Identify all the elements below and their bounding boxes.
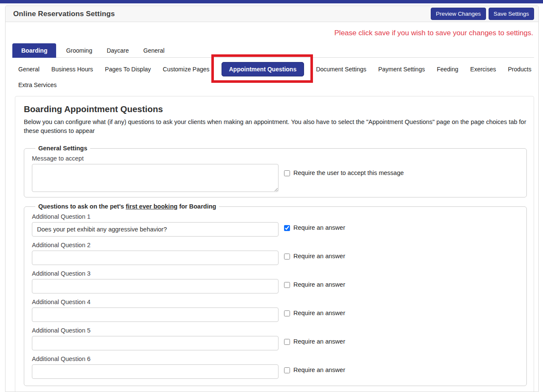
general-settings-fieldset: General Settings Message to accept Requi… [24,145,527,197]
question-input-2[interactable] [32,251,279,265]
require-accept-label: Require the user to accept this message [293,169,404,176]
question-row-5: Additional Question 5Require an answer [32,327,520,350]
general-settings-legend: General Settings [35,145,90,152]
main-tabs: BoardingGroomingDaycareGeneral [12,43,534,58]
message-to-accept-label: Message to accept [32,155,520,162]
appointment-questions-pane: Boarding Appointment Questions Below you… [15,96,534,392]
require-answer-label-2: Require an answer [293,253,345,259]
preview-changes-button[interactable]: Preview Changes [431,8,486,20]
sub-tab-appointment-questions[interactable]: Appointment Questions [222,62,304,76]
require-accept-checkbox[interactable] [284,170,290,176]
require-answer-checkbox-6[interactable] [284,367,290,373]
first-ever-booking-emphasis: first ever booking [126,203,178,210]
unsaved-changes-warning: Please click save if you wish to save yo… [12,29,533,37]
sub-tab-extra-services[interactable]: Extra Services [18,82,57,88]
require-answer-checkbox-5[interactable] [284,339,290,345]
question-row-1: Additional Question 1Require an answer [32,213,520,237]
sub-tab-document-settings[interactable]: Document Settings [316,66,366,73]
question-row-2: Additional Question 2Require an answer [32,242,520,265]
require-answer-label-1: Require an answer [293,224,345,231]
main-tab-boarding[interactable]: Boarding [12,43,56,58]
main-tab-general[interactable]: General [139,43,169,58]
section-title: Boarding Appointment Questions [24,104,527,114]
sub-tab-customize-pages[interactable]: Customize Pages [163,66,210,73]
save-settings-button[interactable]: Save Settings [489,8,534,20]
main-tab-grooming[interactable]: Grooming [61,43,97,58]
question-label-6: Additional Question 6 [32,355,520,362]
sub-tab-payment-settings[interactable]: Payment Settings [378,66,425,73]
message-to-accept-textarea[interactable] [32,164,279,192]
question-input-3[interactable] [32,279,279,293]
require-answer-label-3: Require an answer [293,281,345,288]
top-accent-bar [0,0,543,3]
question-label-5: Additional Question 5 [32,327,520,334]
question-input-6[interactable] [32,364,279,379]
first-booking-legend: Questions to ask on the pet's first ever… [35,203,219,210]
question-label-1: Additional Question 1 [32,213,520,220]
question-rows: Additional Question 1Require an answerAd… [32,213,520,379]
question-input-4[interactable] [32,307,279,322]
question-label-2: Additional Question 2 [32,242,520,248]
question-input-5[interactable] [32,336,279,350]
require-answer-label-5: Require an answer [293,338,345,345]
card-header: Online Reservations Settings Preview Cha… [6,6,538,22]
question-row-3: Additional Question 3Require an answer [32,270,520,293]
require-answer-checkbox-2[interactable] [284,254,290,259]
first-booking-fieldset: Questions to ask on the pet's first ever… [24,203,527,386]
question-row-6: Additional Question 6Require an answer [32,355,520,379]
question-input-1[interactable] [32,222,279,237]
sub-tab-general[interactable]: General [18,66,40,73]
settings-card: Online Reservations Settings Preview Cha… [5,6,539,392]
sub-tab-exercises[interactable]: Exercises [470,66,496,73]
question-label-4: Additional Question 4 [32,299,520,305]
page-title: Online Reservations Settings [13,10,115,18]
require-answer-checkbox-4[interactable] [284,310,290,316]
sub-tab-feeding[interactable]: Feeding [437,66,458,73]
card-body: Please click save if you wish to save yo… [6,22,538,392]
require-answer-checkbox-1[interactable] [284,225,290,231]
sub-tab-pages-to-display[interactable]: Pages To Display [105,66,151,73]
require-answer-label-6: Require an answer [293,367,345,373]
question-label-3: Additional Question 3 [32,270,520,277]
sub-tabs: GeneralBusiness HoursPages To DisplayCus… [12,58,534,92]
sub-tab-products[interactable]: Products [508,66,531,73]
question-row-4: Additional Question 4Require an answer [32,299,520,322]
header-buttons: Preview Changes Save Settings [431,8,534,20]
require-answer-checkbox-3[interactable] [284,282,290,288]
main-tab-daycare[interactable]: Daycare [102,43,134,58]
red-annotation-box [211,54,313,83]
require-answer-label-4: Require an answer [293,310,345,316]
section-description: Below you can configure what (if any) qu… [24,118,527,135]
sub-tab-business-hours[interactable]: Business Hours [51,66,93,73]
